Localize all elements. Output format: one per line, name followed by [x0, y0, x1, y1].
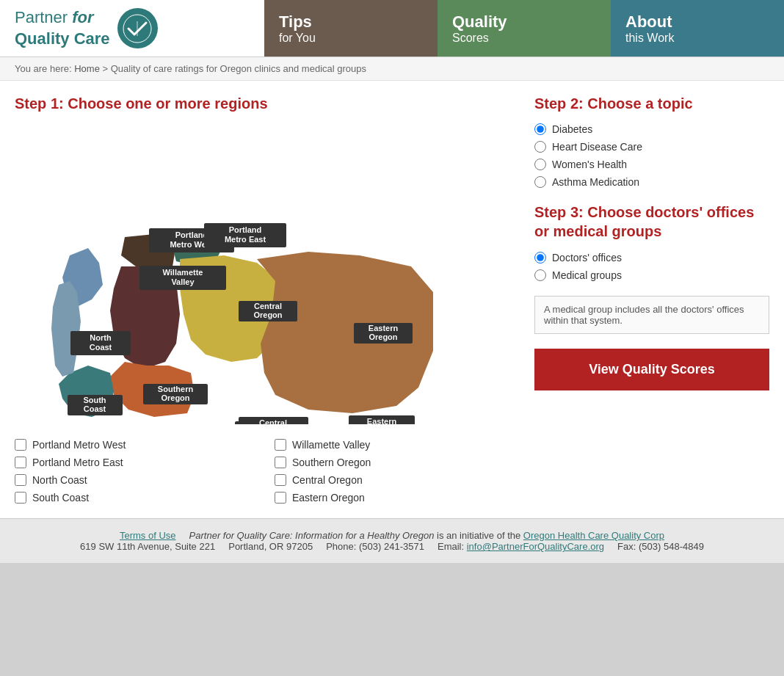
- left-panel: Step 1: Choose one or more regions: [15, 95, 520, 504]
- tab-quality-sub: Scores: [452, 32, 596, 45]
- checkbox-input-central-oregon[interactable]: [275, 474, 286, 486]
- svg-rect-10: [349, 415, 415, 424]
- checkbox-input-southern-oregon[interactable]: [275, 457, 286, 468]
- breadcrumb-prefix: You are here:: [15, 63, 72, 74]
- svg-rect-3: [139, 266, 226, 290]
- checkbox-label-eastern-oregon: Eastern Oregon: [292, 492, 365, 504]
- checkbox-portland-metro-east: Portland Metro East: [15, 457, 260, 468]
- logo-area: Partner forQuality Care: [0, 0, 264, 57]
- footer: Terms of Use Partner for Quality Care: I…: [0, 518, 784, 563]
- checkbox-portland-metro-west: Portland Metro West: [15, 439, 260, 451]
- region-checkboxes: Portland Metro West Willamette Valley Po…: [15, 439, 520, 504]
- checkbox-input-eastern-oregon[interactable]: [275, 492, 286, 504]
- radio-label-medical-groups: Medical groups: [552, 269, 622, 281]
- checkbox-eastern-oregon: Eastern Oregon: [275, 492, 520, 504]
- radio-diabetes: Diabetes: [534, 123, 769, 135]
- header: Partner forQuality Care Tips for You Qua…: [0, 0, 784, 57]
- radio-input-womens[interactable]: [534, 159, 546, 170]
- radio-womens: Women's Health: [534, 159, 769, 170]
- info-box: A medical group includes all the doctors…: [534, 296, 769, 334]
- svg-rect-31: [68, 395, 123, 415]
- radio-input-medical-groups[interactable]: [534, 269, 546, 281]
- checkbox-label-southern-oregon: Southern Oregon: [292, 457, 371, 468]
- checkbox-label-portland-metro-east: Portland Metro East: [32, 457, 123, 468]
- org-link[interactable]: Oregon Health Care Quality Corp: [523, 530, 664, 541]
- tab-quality[interactable]: Quality Scores: [438, 0, 611, 57]
- terms-of-use-link[interactable]: Terms of Use: [120, 530, 176, 541]
- radio-input-doctors[interactable]: [534, 252, 546, 264]
- footer-email-link[interactable]: info@PartnerForQualityCare.org: [467, 541, 604, 552]
- checkbox-input-willamette-valley[interactable]: [275, 439, 286, 451]
- tab-quality-title: Quality: [452, 12, 596, 32]
- svg-rect-2: [70, 331, 131, 355]
- checkbox-south-coast: South Coast: [15, 492, 260, 504]
- checkbox-north-coast: North Coast: [15, 474, 260, 486]
- footer-city: Portland, OR 97205: [228, 541, 313, 552]
- tab-about-title: About: [625, 12, 769, 32]
- radio-asthma: Asthma Medication: [534, 176, 769, 188]
- radio-label-womens: Women's Health: [552, 159, 627, 170]
- tab-tips-title: Tips: [279, 12, 423, 32]
- svg-rect-22: [354, 323, 413, 344]
- topic-radio-group: Diabetes Heart Disease Care Women's Heal…: [534, 123, 769, 188]
- svg-rect-5: [204, 223, 286, 247]
- checkbox-southern-oregon: Southern Oregon: [275, 457, 520, 468]
- radio-input-heart[interactable]: [534, 141, 546, 153]
- radio-label-diabetes: Diabetes: [552, 123, 592, 135]
- breadcrumb: You are here: Home > Quality of care rat…: [0, 57, 784, 81]
- breadcrumb-current: Quality of care ratings for Oregon clini…: [111, 63, 366, 74]
- tab-tips-sub: for You: [279, 32, 423, 45]
- radio-label-heart: Heart Disease Care: [552, 141, 642, 153]
- radio-heart: Heart Disease Care: [534, 141, 769, 153]
- right-panel: Step 2: Choose a topic Diabetes Heart Di…: [534, 95, 769, 504]
- footer-links: Terms of Use Partner for Quality Care: I…: [15, 530, 769, 541]
- footer-description: Partner for Quality Care: Information fo…: [189, 530, 435, 541]
- checkbox-input-south-coast[interactable]: [15, 492, 26, 504]
- view-quality-scores-button[interactable]: View Quality Scores: [534, 349, 769, 390]
- checkbox-label-south-coast: South Coast: [32, 492, 89, 504]
- tab-tips[interactable]: Tips for You: [264, 0, 438, 57]
- checkbox-central-oregon: Central Oregon: [275, 474, 520, 486]
- logo-text: Partner forQuality Care: [15, 7, 110, 49]
- footer-street: 619 SW 11th Avenue, Suite 221: [80, 541, 215, 552]
- main: Step 1: Choose one or more regions: [0, 81, 784, 518]
- map-container: North Coast Willamette Valley Portland M…: [15, 123, 440, 424]
- footer-is-initiative: is an initiative of the: [437, 530, 523, 541]
- step2-title: Step 2: Choose a topic: [534, 95, 769, 112]
- logo-line1: Partner forQuality Care: [15, 8, 110, 48]
- radio-doctors: Doctors' offices: [534, 252, 769, 264]
- tab-about[interactable]: About this Work: [611, 0, 784, 57]
- checkbox-label-portland-metro-west: Portland Metro West: [32, 439, 126, 451]
- svg-rect-19: [239, 301, 297, 321]
- breadcrumb-home[interactable]: Home: [74, 63, 100, 74]
- logo-icon: [117, 8, 158, 48]
- radio-input-diabetes[interactable]: [534, 123, 546, 135]
- breadcrumb-separator: >: [103, 63, 111, 74]
- footer-address: 619 SW 11th Avenue, Suite 221 Portland, …: [15, 541, 769, 552]
- checkbox-input-portland-metro-east[interactable]: [15, 457, 26, 468]
- tab-about-sub: this Work: [625, 32, 769, 45]
- office-type-radio-group: Doctors' offices Medical groups: [534, 252, 769, 281]
- checkbox-willamette-valley: Willamette Valley: [275, 439, 520, 451]
- footer-email-label: Email:: [438, 541, 464, 552]
- radio-label-asthma: Asthma Medication: [552, 176, 639, 188]
- footer-fax: Fax: (503) 548-4849: [617, 541, 704, 552]
- radio-label-doctors: Doctors' offices: [552, 252, 622, 264]
- checkbox-input-portland-metro-west[interactable]: [15, 439, 26, 451]
- checkbox-input-north-coast[interactable]: [15, 474, 26, 486]
- footer-phone: Phone: (503) 241-3571: [326, 541, 424, 552]
- step1-title: Step 1: Choose one or more regions: [15, 95, 520, 112]
- checkbox-label-north-coast: North Coast: [32, 474, 87, 486]
- radio-medical-groups: Medical groups: [534, 269, 769, 281]
- radio-input-asthma[interactable]: [534, 176, 546, 188]
- nav-tabs: Tips for You Quality Scores About this W…: [264, 0, 784, 57]
- svg-rect-7: [239, 417, 308, 424]
- checkbox-label-central-oregon: Central Oregon: [292, 474, 363, 486]
- region-coast-strip: [51, 281, 81, 377]
- step3-title: Step 3: Choose doctors' offices or medic…: [534, 203, 769, 241]
- svg-rect-25: [143, 384, 208, 404]
- checkbox-label-willamette-valley: Willamette Valley: [292, 439, 370, 451]
